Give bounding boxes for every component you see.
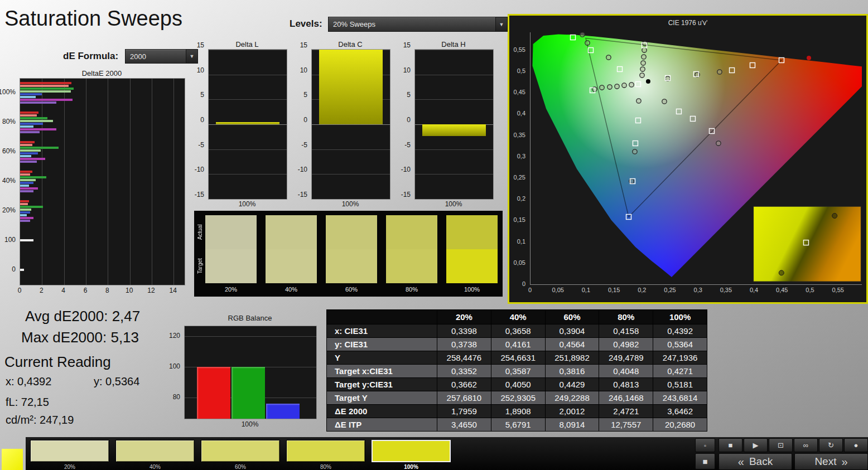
delta-bar xyxy=(216,122,279,124)
de-formula-dropdown[interactable]: 2000 ▼ xyxy=(125,49,198,64)
cie-x-tick-label: 0 xyxy=(522,287,538,293)
target-swatch xyxy=(326,249,377,283)
de-y-tick-label: 40% xyxy=(0,177,16,185)
de-bar xyxy=(20,112,38,114)
next-label: Next xyxy=(814,456,836,468)
delta-bar xyxy=(422,124,486,136)
rgb-bar-green xyxy=(232,367,265,419)
table-header: 100% xyxy=(653,310,707,324)
current-y: y: 0,5364 xyxy=(94,375,139,388)
swatch-column: 80% xyxy=(386,215,437,293)
de-bar xyxy=(20,171,32,173)
pattern-window-button[interactable]: ■ xyxy=(695,453,715,469)
current-fl: fL: 72,15 xyxy=(6,396,49,409)
current-cdm2: cd/m²: 247,19 xyxy=(6,414,74,427)
cie-x-tick-label: 0,35 xyxy=(717,287,734,293)
chevron-down-icon: ▼ xyxy=(495,17,507,31)
deltae-chart-title: DeltaE 2000 xyxy=(20,69,184,77)
gridline xyxy=(152,79,152,285)
status-indicator[interactable]: ● xyxy=(844,438,868,452)
de-bar xyxy=(20,217,33,219)
cie-x-tick-label: 0,5 xyxy=(802,287,818,293)
delta-l-x-caption: 100% xyxy=(208,200,286,208)
window-controls: ▫ ■ xyxy=(695,438,715,469)
gridline xyxy=(312,199,390,200)
measurement-point xyxy=(633,149,637,154)
pattern-swatch-button[interactable] xyxy=(286,440,365,462)
pattern-swatch-80%[interactable]: 80% xyxy=(286,440,365,470)
next-button[interactable]: Next » xyxy=(794,453,868,470)
cie-y-tick-label: 0,3 xyxy=(507,153,525,159)
table-row-label: x: CIE31 xyxy=(327,324,437,338)
step-button[interactable]: ⊡ xyxy=(769,438,793,452)
current-x: x: 0,4392 xyxy=(6,375,51,388)
y-tick-label: -10 xyxy=(293,166,307,173)
pattern-swatch-20%[interactable]: 20% xyxy=(30,440,109,470)
table-row: ΔE 20001,79591,89082,00122,47213,6462 xyxy=(327,405,707,418)
stop-button[interactable]: ■ xyxy=(718,438,742,452)
pattern-swatch-60%[interactable]: 60% xyxy=(201,440,280,470)
de-bar xyxy=(20,96,36,98)
y-tick-label: 100 xyxy=(163,362,180,370)
cie-y-tick-label: 0,1 xyxy=(507,238,525,245)
pattern-swatch-100%[interactable]: 100% xyxy=(372,440,451,470)
refresh-button[interactable]: ↻ xyxy=(819,438,843,452)
table-row-label: ΔE 2000 xyxy=(327,405,437,418)
table-row-label: Target x:CIE31 xyxy=(327,365,437,378)
gridline xyxy=(415,99,493,100)
actual-row-label: Actual xyxy=(196,215,203,249)
y-tick-label: -15 xyxy=(396,191,411,198)
gridline xyxy=(209,149,287,150)
gridline xyxy=(415,199,493,200)
play-button[interactable]: ▶ xyxy=(744,438,768,452)
swatch-column: 100% xyxy=(446,215,498,293)
cie-y-tick-label: 0,35 xyxy=(507,132,525,138)
table-cell: 0,5181 xyxy=(653,378,707,391)
de-x-tick-label: 0 xyxy=(14,287,25,294)
de-bar xyxy=(20,211,30,214)
back-button[interactable]: « Back xyxy=(718,453,792,470)
delta-l-chart xyxy=(208,49,287,200)
y-tick-label: 10 xyxy=(190,66,204,74)
table-cell: 254,6631 xyxy=(491,351,545,365)
levels-dropdown[interactable]: 20% Sweeps ▼ xyxy=(328,17,508,32)
de-bar xyxy=(20,203,28,205)
de-bar xyxy=(20,125,33,128)
y-tick-label: 0 xyxy=(190,116,204,124)
cie-diagram-panel: CIE 1976 u'v' 00,050,10,150,20,250,30,35… xyxy=(508,14,868,304)
de-bar xyxy=(20,147,59,149)
swatch-column: 60% xyxy=(326,215,377,293)
back-label: Back xyxy=(749,456,773,468)
measurement-point xyxy=(615,84,619,89)
de-bar xyxy=(20,269,24,271)
de-bar xyxy=(20,155,31,157)
gridline xyxy=(312,124,390,125)
table-cell: 246,1468 xyxy=(599,391,653,405)
table-cell: 0,3352 xyxy=(437,365,491,378)
table-row-label: Y xyxy=(327,351,437,365)
gridline xyxy=(185,336,316,337)
loop-button[interactable]: ∞ xyxy=(794,438,818,452)
pattern-swatch-button[interactable] xyxy=(30,440,109,462)
pattern-window-small-button[interactable]: ▫ xyxy=(695,438,715,452)
pattern-swatch-button[interactable] xyxy=(201,440,280,462)
inset-measurement-point xyxy=(779,270,784,275)
de-x-tick-label: 8 xyxy=(102,287,113,294)
cie-y-tick-label: 0,05 xyxy=(507,259,525,266)
gridline xyxy=(415,50,493,50)
table-cell: 0,3904 xyxy=(545,324,599,338)
pattern-swatch-40%[interactable]: 40% xyxy=(115,440,195,470)
pattern-swatch-button[interactable] xyxy=(372,440,451,462)
table-cell: 243,6814 xyxy=(653,391,707,405)
measurement-point xyxy=(642,48,647,52)
cie-x-tick-label: 0,05 xyxy=(549,287,566,293)
de-x-tick-label: 14 xyxy=(167,287,179,294)
cie-y-tick-label: 0,15 xyxy=(507,216,525,223)
gridline xyxy=(209,75,287,75)
gridline xyxy=(209,199,287,200)
rgb-balance-x-caption: 100% xyxy=(184,420,316,428)
measurement-point xyxy=(607,85,612,89)
pattern-swatch-button[interactable] xyxy=(115,440,195,462)
de-bar xyxy=(20,185,29,187)
cie-x-tick-label: 0,55 xyxy=(830,287,846,293)
